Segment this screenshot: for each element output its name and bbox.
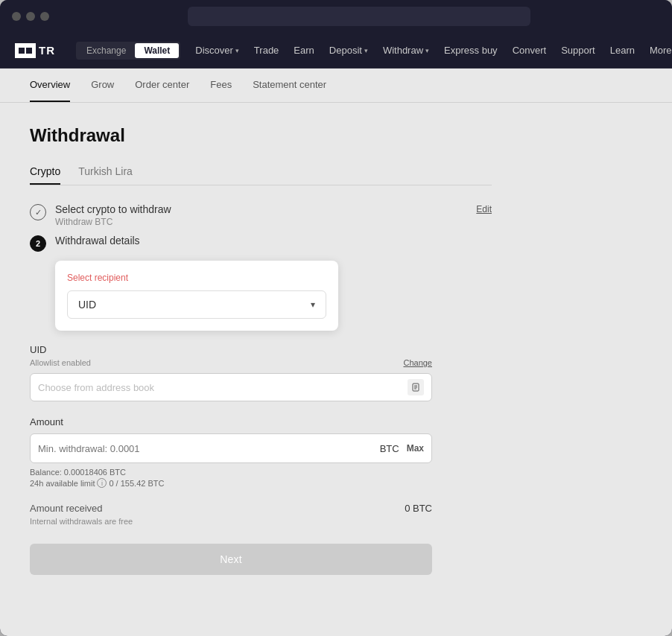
- amount-received-value: 0 BTC: [405, 503, 432, 514]
- step-2-content: Withdrawal details: [55, 235, 492, 247]
- amount-input[interactable]: [38, 443, 380, 454]
- nav-withdraw[interactable]: Withdraw▾: [383, 45, 429, 56]
- recipient-dropdown-select[interactable]: UID ▾: [67, 290, 326, 319]
- step-1-icon: ✓: [30, 204, 46, 220]
- amount-received-label: Amount received: [30, 503, 103, 514]
- nav-trade[interactable]: Trade: [254, 45, 279, 56]
- sub-nav-order-center[interactable]: Order center: [135, 69, 189, 102]
- logo-text: TR: [39, 44, 55, 57]
- title-bar: [0, 0, 672, 33]
- address-book-icon[interactable]: [408, 379, 424, 395]
- amount-currency: BTC: [380, 443, 399, 454]
- nav-support[interactable]: Support: [561, 45, 595, 56]
- sub-nav: Overview Grow Order center Fees Statemen…: [0, 69, 672, 103]
- step-1-content: Select crypto to withdraw Edit Withdraw …: [55, 203, 492, 227]
- amount-label: Amount: [30, 416, 432, 427]
- browser-window: TR Exchange Wallet Discover▾ Trade Earn …: [0, 0, 672, 636]
- balance-text: Balance: 0.00018406 BTC: [30, 468, 432, 477]
- uid-label: UID: [30, 344, 432, 355]
- logo-icon: [15, 43, 36, 58]
- step-1-title: Select crypto to withdraw Edit: [55, 203, 492, 215]
- page-content: Overview Grow Order center Fees Statemen…: [0, 69, 672, 636]
- uid-input[interactable]: [38, 382, 408, 393]
- tab-exchange[interactable]: Exchange: [77, 43, 135, 58]
- edit-link[interactable]: Edit: [476, 204, 492, 214]
- amount-input-row: BTC Max: [30, 433, 432, 463]
- free-text: Internal withdrawals are free: [30, 517, 432, 526]
- maximize-button[interactable]: [40, 12, 49, 21]
- crypto-tabs: Crypto Turkish Lira: [30, 159, 492, 185]
- sub-nav-grow[interactable]: Grow: [91, 69, 114, 102]
- recipient-dropdown-label: Select recipient: [67, 273, 326, 283]
- limit-text: 24h available limit i 0 / 155.42 BTC: [30, 478, 432, 488]
- nav-express-buy[interactable]: Express buy: [444, 45, 498, 56]
- nav-learn[interactable]: Learn: [610, 45, 635, 56]
- step-2: 2 Withdrawal details: [30, 235, 492, 252]
- page-title: Withdrawal: [30, 125, 492, 146]
- uid-allowlist-row: Allowlist enabled Change: [30, 358, 432, 367]
- nav-discover[interactable]: Discover▾: [195, 45, 239, 56]
- max-button[interactable]: Max: [407, 443, 424, 454]
- nav-tab-group: Exchange Wallet: [76, 42, 180, 60]
- sub-nav-overview[interactable]: Overview: [30, 69, 70, 102]
- nav-deposit[interactable]: Deposit▾: [329, 45, 368, 56]
- checkmark-icon: ✓: [35, 208, 42, 217]
- amount-section: Amount BTC Max Balance: 0.00018406 BTC 2…: [30, 416, 432, 488]
- nav-convert[interactable]: Convert: [513, 45, 547, 56]
- logo: TR: [15, 43, 55, 58]
- nav-earn[interactable]: Earn: [294, 45, 314, 56]
- step-1-subtitle: Withdraw BTC: [55, 217, 492, 227]
- amount-received-row: Amount received 0 BTC: [30, 503, 432, 514]
- tab-wallet[interactable]: Wallet: [135, 43, 179, 58]
- chevron-down-icon: ▾: [311, 299, 315, 310]
- traffic-lights: [12, 12, 49, 21]
- uid-section: UID Allowlist enabled Change: [30, 344, 432, 401]
- step-2-icon: 2: [30, 235, 46, 252]
- tab-turkish-lira[interactable]: Turkish Lira: [78, 159, 133, 185]
- nav-more[interactable]: More▾: [650, 45, 672, 56]
- step-1: ✓ Select crypto to withdraw Edit Withdra…: [30, 203, 492, 227]
- dropdown-selected-value: UID: [78, 299, 96, 311]
- uid-input-row: [30, 373, 432, 401]
- address-bar[interactable]: [188, 7, 530, 26]
- recipient-dropdown-popup: Select recipient UID ▾: [55, 261, 338, 331]
- close-button[interactable]: [12, 12, 21, 21]
- sub-nav-fees[interactable]: Fees: [210, 69, 232, 102]
- tab-crypto[interactable]: Crypto: [30, 159, 60, 185]
- info-icon[interactable]: i: [97, 478, 107, 488]
- next-button[interactable]: Next: [30, 544, 432, 575]
- change-link[interactable]: Change: [403, 358, 432, 367]
- minimize-button[interactable]: [26, 12, 35, 21]
- step-2-title: Withdrawal details: [55, 235, 492, 247]
- sub-nav-statement-center[interactable]: Statement center: [253, 69, 326, 102]
- allowlist-text: Allowlist enabled: [30, 358, 91, 367]
- main-content: Withdrawal Crypto Turkish Lira ✓ Select …: [0, 103, 522, 597]
- balance-info: Balance: 0.00018406 BTC 24h available li…: [30, 468, 432, 488]
- nav-bar: TR Exchange Wallet Discover▾ Trade Earn …: [0, 33, 672, 69]
